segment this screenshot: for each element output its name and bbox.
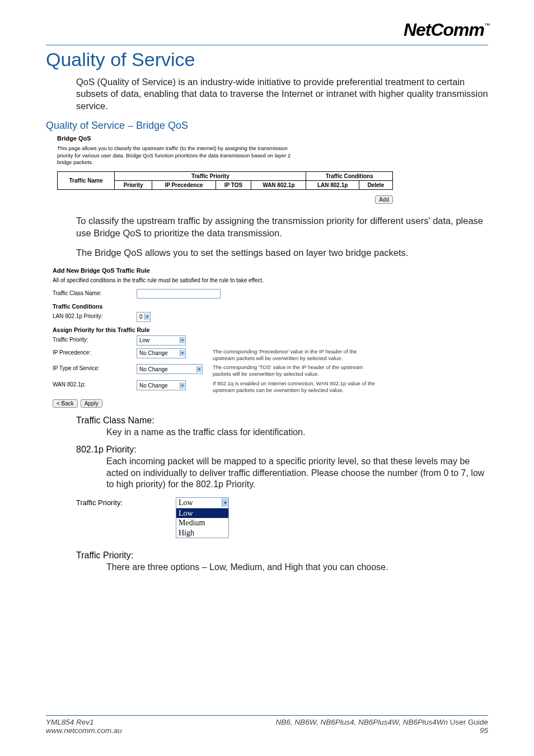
- note-wan-8021p: If 802.1q is enabled on Internet connect…: [209, 380, 377, 394]
- dd-selected-row[interactable]: Low ▾: [176, 498, 228, 508]
- chevron-down-icon: ▾: [180, 350, 185, 356]
- footer-product-line: NB6, NB6W, NB6Plus4, NB6Plus4W, NB6Plus4…: [276, 718, 488, 726]
- chevron-down-icon: ▾: [196, 366, 202, 372]
- chevron-down-icon: ▾: [180, 337, 185, 343]
- paragraph-classify: To classify the upstream traffic by assi…: [76, 215, 488, 239]
- select-ip-precedence-value: No Change: [138, 350, 170, 356]
- qos-table: Traffic Name Traffic Priority Traffic Co…: [57, 171, 393, 190]
- row-lan-priority: LAN 802.1p Priority: 0 ▾: [53, 312, 478, 322]
- select-wan-8021p[interactable]: No Change ▾: [137, 380, 186, 390]
- brand-logo: NetComm™: [404, 20, 490, 40]
- heading-assign-priority: Assign Priority for this Traffic Rule: [53, 326, 478, 333]
- col-priority: Priority: [115, 181, 152, 190]
- label-ip-precedence: IP Precedence:: [53, 348, 137, 356]
- page-footer: YML854 Rev1 www.netcomm.com.au NB6, NB6W…: [46, 715, 488, 735]
- table-group-row: Traffic Name Traffic Priority Traffic Co…: [58, 172, 393, 181]
- select-ip-tos-value: No Change: [138, 366, 170, 372]
- add-button[interactable]: Add: [375, 195, 393, 204]
- select-ip-tos[interactable]: No Change ▾: [137, 364, 203, 374]
- dd-option-medium[interactable]: Medium: [176, 518, 228, 528]
- select-ip-precedence[interactable]: No Change ▾: [137, 348, 186, 358]
- select-traffic-priority[interactable]: Low ▾: [137, 335, 186, 346]
- note-ip-tos: The corresponding 'TOS' value in the IP …: [209, 364, 377, 377]
- label-class-name: Traffic Class Name:: [53, 289, 137, 296]
- row-class-name: Traffic Class Name:: [53, 289, 478, 298]
- tm-mark: ™: [484, 22, 490, 29]
- col-lan-8021p: LAN 802.1p: [306, 181, 359, 190]
- ss1-description: This page allows you to classify the ups…: [57, 145, 292, 166]
- footer-products: NB6, NB6W, NB6Plus4, NB6Plus4W, NB6Plus4…: [276, 718, 450, 726]
- input-class-name[interactable]: [137, 289, 221, 298]
- row-traffic-priority: Traffic Priority: Low ▾: [53, 335, 478, 346]
- back-button[interactable]: < Back: [53, 399, 78, 408]
- label-wan-8021p: WAN 802.1p:: [53, 380, 137, 388]
- chevron-down-icon: ▾: [180, 382, 185, 389]
- col-traffic-name: Traffic Name: [58, 172, 115, 190]
- select-lan-value: 0: [138, 314, 144, 320]
- apply-button[interactable]: Apply: [81, 399, 102, 408]
- footer-guide: User Guide: [450, 718, 488, 726]
- label-lan-priority: LAN 802.1p Priority:: [53, 312, 137, 319]
- def-body-traffic-class-name: Key in a name as the traffic class for i…: [106, 427, 488, 438]
- footer-left: YML854 Rev1 www.netcomm.com.au: [46, 718, 122, 735]
- footer-page-number: 95: [276, 726, 488, 735]
- col-wan-8021p: WAN 802.1p: [251, 181, 306, 190]
- row-wan-8021p: WAN 802.1p: No Change ▾ If 802.1q is ena…: [53, 380, 478, 394]
- ss2-description: All of specified conditions in the traff…: [53, 277, 478, 283]
- select-lan-priority[interactable]: 0 ▾: [137, 312, 151, 322]
- ss2-title: Add New Bridge QoS Traffic Rule: [53, 267, 478, 274]
- col-group-conditions: Traffic Conditions: [306, 172, 393, 181]
- col-ip-precedence: IP Precedence: [152, 181, 216, 190]
- def-head-8021p: 802.1p Priority:: [76, 445, 488, 455]
- dd-selected-value: Low: [179, 498, 193, 507]
- page-title: Quality of Service: [46, 49, 488, 71]
- dropdown-illustration: Traffic Priority: Low ▾ Low Medium High: [76, 497, 488, 539]
- col-ip-tos: IP TOS: [216, 181, 251, 190]
- dd-option-low[interactable]: Low: [176, 508, 228, 519]
- label-ip-tos: IP Type of Service:: [53, 364, 137, 371]
- logo-text: NetComm: [404, 20, 484, 40]
- header-divider: [46, 45, 488, 45]
- def-body-traffic-priority: There are three options – Low, Medium, a…: [106, 562, 488, 573]
- footer-right: NB6, NB6W, NB6Plus4, NB6Plus4W, NB6Plus4…: [276, 718, 488, 735]
- select-traffic-priority-value: Low: [138, 337, 151, 343]
- def-body-8021p: Each incoming packet will be mapped to a…: [106, 456, 488, 490]
- form-button-row: < Back Apply: [53, 399, 478, 408]
- row-ip-tos: IP Type of Service: No Change ▾ The corr…: [53, 364, 478, 377]
- row-ip-precedence: IP Precedence: No Change ▾ The correspon…: [53, 348, 478, 362]
- add-button-row: Add: [57, 195, 393, 204]
- ss1-title: Bridge QoS: [57, 135, 399, 142]
- select-wan-8021p-value: No Change: [138, 382, 170, 389]
- screenshot-add-rule: Add New Bridge QoS Traffic Rule All of s…: [53, 267, 478, 408]
- label-traffic-priority: Traffic Priority:: [53, 335, 137, 343]
- screenshot-bridge-qos: Bridge QoS This page allows you to class…: [57, 135, 399, 204]
- def-head-traffic-class-name: Traffic Class Name:: [76, 416, 488, 426]
- dd-label: Traffic Priority:: [76, 497, 176, 539]
- def-head-traffic-priority: Traffic Priority:: [76, 550, 488, 561]
- note-ip-precedence: The corresponding 'Precedence' value in …: [209, 348, 377, 362]
- dd-box[interactable]: Low ▾ Low Medium High: [176, 497, 229, 539]
- col-delete: Delete: [359, 181, 392, 190]
- section-title-bridge-qos: Quality of Service – Bridge QoS: [46, 120, 488, 132]
- dd-options-list: Low Medium High: [176, 508, 228, 538]
- heading-traffic-conditions: Traffic Conditions: [53, 303, 478, 310]
- paragraph-layer2: The Bridge QoS allows you to set the set…: [76, 247, 488, 259]
- intro-paragraph: QoS (Quality of Service) is an industry-…: [76, 76, 488, 112]
- footer-rev: YML854 Rev1: [46, 718, 122, 726]
- chevron-down-icon: ▾: [144, 314, 149, 320]
- chevron-down-icon: ▾: [222, 498, 228, 507]
- footer-url: www.netcomm.com.au: [46, 726, 122, 735]
- col-group-priority: Traffic Priority: [115, 172, 306, 181]
- dd-option-high[interactable]: High: [176, 528, 228, 538]
